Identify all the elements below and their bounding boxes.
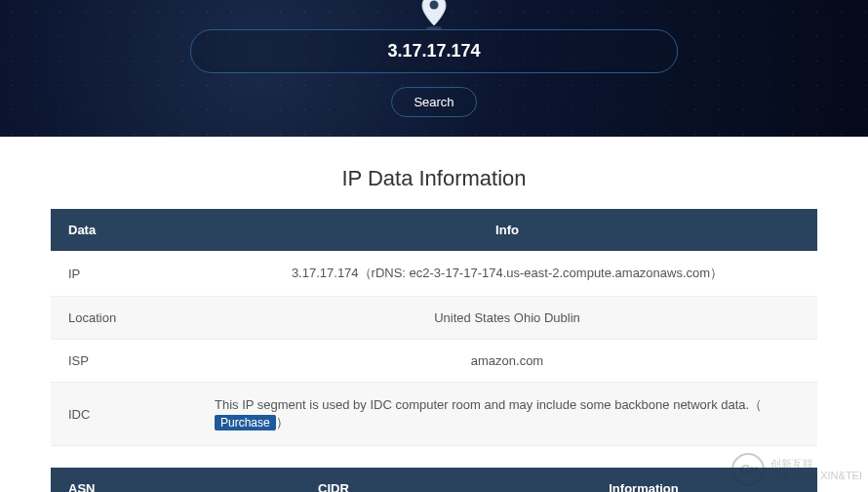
th-asn: ASN [51,468,197,492]
table-row: Location United States Ohio Dublin [51,297,817,340]
idc-text-suffix: ） [276,415,289,430]
table-row: IP 3.17.17.174（rDNS: ec2-3-17-17-174.us-… [51,251,817,297]
search-button[interactable]: Search [391,87,476,117]
watermark-logo-icon: Cx [731,453,765,486]
page-title: IP Data Information [51,166,817,191]
table-row: ISP amazon.com [51,340,817,383]
ip-search-input[interactable] [191,41,677,62]
idc-text-prefix: This IP segment is used by IDC computer … [215,397,762,412]
th-data: Data [51,209,197,251]
ip-data-table: Data Info IP 3.17.17.174（rDNS: ec2-3-17-… [51,209,817,446]
row-value: 3.17.17.174（rDNS: ec2-3-17-17-174.us-eas… [197,251,817,297]
row-value: amazon.com [197,340,817,383]
th-cidr: CIDR [197,468,470,492]
row-label: ISP [51,340,197,383]
svg-point-0 [430,1,439,10]
hero-banner: Search [0,0,868,137]
th-info: Info [197,209,817,251]
row-label: Location [51,297,197,340]
row-value-idc: This IP segment is used by IDC computer … [197,383,817,446]
asn-table: ASN CIDR Information AS16509 3.16.0.0/14… [51,468,817,492]
watermark: Cx 创新互联 CHUANG XIN&TEI [731,453,862,486]
content-area: IP Data Information Data Info IP 3.17.17… [0,137,868,492]
row-label: IDC [51,383,197,446]
table-row: IDC This IP segment is used by IDC compu… [51,383,817,446]
row-value: United States Ohio Dublin [197,297,817,340]
watermark-text: 创新互联 CHUANG XIN&TEI [770,458,862,481]
search-input-container [190,29,678,73]
row-label: IP [51,251,197,297]
purchase-link[interactable]: Purchase [215,415,276,430]
